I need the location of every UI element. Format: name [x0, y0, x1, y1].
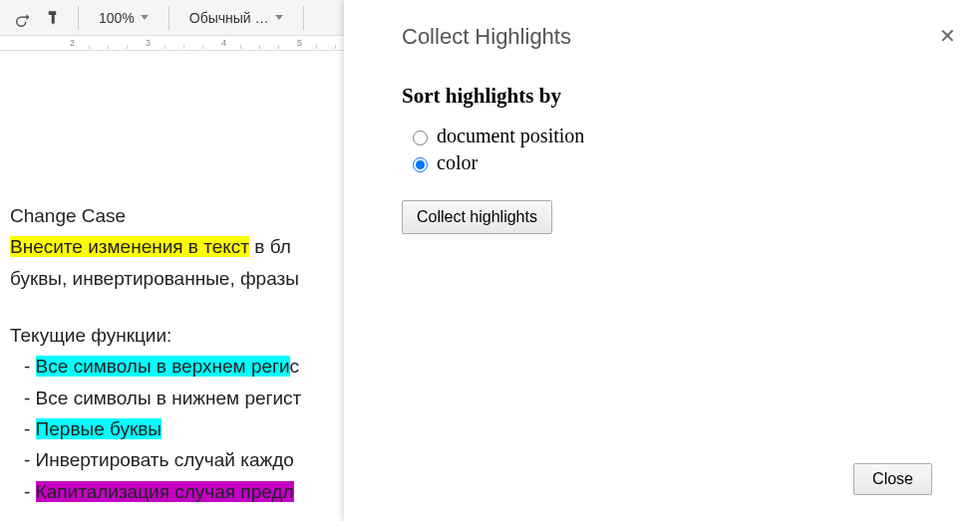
chevron-down-icon	[141, 15, 149, 20]
doc-line: Внесите изменения в текст в бл	[10, 231, 344, 262]
radio-label: color	[437, 151, 478, 174]
ruler-tick: 3	[146, 38, 151, 48]
sort-heading: Sort highlights by	[402, 84, 940, 109]
doc-heading: Change Case	[10, 200, 344, 231]
highlight-span: Капитализация случая предл	[36, 481, 294, 502]
highlight-span: Все символы в верхнем реги	[36, 356, 290, 377]
document-area[interactable]: Change Case Внесите изменения в текст в …	[0, 51, 344, 507]
list-item: - Все символы в нижнем регист	[10, 383, 344, 413]
radio-input-docpos[interactable]	[413, 130, 428, 145]
ruler-tick: 5	[297, 38, 302, 48]
toolbar-separator	[78, 6, 79, 30]
chevron-down-icon	[275, 15, 283, 20]
collect-highlights-panel: ✕ Collect Highlights Sort highlights by …	[344, 0, 980, 521]
panel-title: Collect Highlights	[402, 24, 940, 50]
list-item: - Капитализация случая предл	[10, 476, 344, 507]
style-dropdown[interactable]: Обычный …	[179, 4, 293, 32]
close-button[interactable]: Close	[853, 463, 932, 495]
radio-color[interactable]: color	[408, 151, 940, 174]
list-item: - Инвертировать случай каждо	[10, 444, 344, 475]
highlight-span: Внесите изменения в текст	[10, 236, 249, 257]
doc-line: Текущие функции:	[10, 320, 344, 351]
list-item: - Все символы в верхнем регис	[10, 351, 344, 382]
redo-icon[interactable]	[8, 4, 36, 32]
ruler-tick: 2	[70, 38, 75, 48]
radio-document-position[interactable]: document position	[408, 125, 940, 147]
radio-input-color[interactable]	[413, 157, 428, 172]
zoom-value: 100%	[99, 10, 135, 26]
zoom-dropdown[interactable]: 100%	[89, 4, 159, 32]
close-icon[interactable]: ✕	[939, 24, 956, 48]
radio-label: document position	[437, 125, 584, 147]
collect-highlights-button[interactable]: Collect highlights	[402, 200, 552, 234]
toolbar-separator	[303, 6, 304, 30]
highlight-span: Первые буквы	[36, 418, 162, 439]
doc-line: буквы, инвертированные, фразы	[10, 263, 344, 294]
style-value: Обычный …	[189, 10, 269, 26]
paint-format-icon[interactable]	[40, 4, 68, 32]
toolbar-separator	[168, 6, 169, 30]
list-item: - Первые буквы	[10, 413, 344, 444]
ruler-tick: 4	[221, 38, 226, 48]
